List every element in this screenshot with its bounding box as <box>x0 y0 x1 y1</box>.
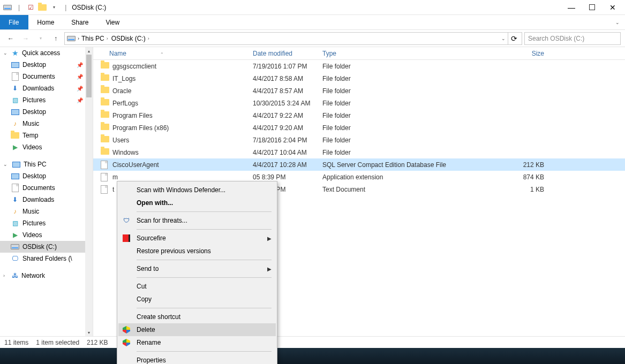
col-type[interactable]: Type <box>318 50 506 57</box>
file-row[interactable]: IT_Logs 4/4/2017 8:58 AM File folder <box>93 72 625 85</box>
search-input[interactable]: Search OSDisk (C:) <box>524 32 621 45</box>
item-icon: ▶ <box>11 143 19 151</box>
ctx-scan-threats[interactable]: 🛡Scan for threats... <box>118 214 276 227</box>
address-bar[interactable]: › This PC› OSDisk (C:)› ⌄ ⟳ <box>64 32 522 45</box>
item-icon: ⬇ <box>11 195 19 204</box>
ctx-rename[interactable]: Rename <box>118 336 276 349</box>
nav-quick-item[interactable]: Desktop📌 <box>0 59 93 71</box>
nav-pc-item[interactable]: ⬇Downloads <box>0 194 93 206</box>
nav-network[interactable]: › 🖧 Network <box>0 270 93 282</box>
ctx-properties[interactable]: Properties <box>118 354 276 364</box>
breadcrumb-current[interactable]: OSDisk (C:)› <box>111 35 150 42</box>
ctx-copy[interactable]: Copy <box>118 293 276 306</box>
ctx-open-with[interactable]: Open with... <box>118 196 276 209</box>
up-button[interactable]: ↑ <box>49 32 62 45</box>
tab-share[interactable]: Share <box>63 15 97 29</box>
nav-this-pc[interactable]: ⌄ This PC <box>0 158 93 170</box>
ribbon-expand-icon[interactable]: ⌄ <box>610 20 625 25</box>
file-date: 4/4/2017 10:28 AM <box>249 161 318 169</box>
nav-quick-item[interactable]: Temp <box>0 130 93 141</box>
shield-icon: 🛡 <box>122 216 131 225</box>
ctx-create-shortcut[interactable]: Create shortcut <box>118 310 276 323</box>
scroll-thumb[interactable] <box>86 55 92 97</box>
file-row[interactable]: Windows 4/4/2017 10:04 AM File folder <box>93 146 625 158</box>
star-icon: ★ <box>12 49 19 57</box>
file-type: File folder <box>318 112 506 119</box>
nav-pc-item[interactable]: ▶Videos <box>0 229 93 241</box>
ctx-send-to[interactable]: Send to▶ <box>118 262 276 275</box>
file-name: Oracle <box>112 87 131 95</box>
nav-pc-item[interactable]: OSDisk (C:) <box>0 241 93 253</box>
nav-item-label: Pictures <box>22 219 46 227</box>
file-row[interactable]: PerfLogs 10/30/2015 3:24 AM File folder <box>93 97 625 109</box>
address-dropdown-icon[interactable]: ⌄ <box>501 36 506 41</box>
ctx-separator <box>137 211 272 212</box>
file-size: 212 KB <box>506 161 548 169</box>
nav-quick-item[interactable]: Documents📌 <box>0 71 93 82</box>
ctx-cut[interactable]: Cut <box>118 280 276 293</box>
back-button[interactable]: ← <box>4 32 17 45</box>
tab-file[interactable]: File <box>0 15 28 29</box>
col-name[interactable]: Name ⌃ <box>93 50 249 57</box>
nav-quick-item[interactable]: Desktop <box>0 106 93 118</box>
breadcrumb-thispc[interactable]: This PC› <box>81 35 109 42</box>
file-name: Windows <box>112 149 139 156</box>
nav-scrollbar[interactable]: ▴ ▾ <box>85 47 93 336</box>
qat-properties-icon[interactable]: ☑ <box>26 3 35 12</box>
chevron-right-icon[interactable]: › <box>3 273 9 278</box>
nav-pc-item[interactable]: Documents <box>0 182 93 194</box>
item-icon: ▧ <box>11 219 19 228</box>
col-size[interactable]: Size <box>506 50 548 57</box>
file-row[interactable]: Program Files 4/4/2017 9:22 AM File fold… <box>93 109 625 122</box>
file-row[interactable]: CiscoUserAgent 4/4/2017 10:28 AM SQL Ser… <box>93 158 625 171</box>
tab-view[interactable]: View <box>97 15 128 29</box>
ctx-sourcefire[interactable]: Sourcefire▶ <box>118 232 276 245</box>
nav-pc-item[interactable]: Desktop <box>0 170 93 182</box>
column-headers[interactable]: Name ⌃ Date modified Type Size <box>93 47 625 60</box>
ctx-restore-versions[interactable]: Restore previous versions <box>118 245 276 257</box>
folder-icon <box>101 136 109 145</box>
item-icon <box>11 172 19 180</box>
breadcrumb-chevron-icon[interactable]: › <box>78 36 79 41</box>
file-type: File folder <box>318 149 506 156</box>
close-button[interactable]: ✕ <box>608 3 618 12</box>
scroll-down-icon[interactable]: ▾ <box>85 329 93 336</box>
nav-item-label: OSDisk (C:) <box>22 243 57 251</box>
nav-pc-item[interactable]: ♪Music <box>0 206 93 217</box>
scroll-up-icon[interactable]: ▴ <box>85 47 93 55</box>
file-row[interactable]: Oracle 4/4/2017 8:57 AM File folder <box>93 85 625 97</box>
folder-icon <box>101 111 109 120</box>
recent-dropdown[interactable]: ▾ <box>34 32 47 45</box>
maximize-button[interactable] <box>589 4 595 10</box>
item-icon <box>11 242 19 251</box>
nav-pc-item[interactable]: 🖵Shared Folders (\ <box>0 253 93 264</box>
pin-icon: 📌 <box>77 74 83 80</box>
ctx-delete[interactable]: Delete <box>118 323 276 336</box>
folder-icon <box>101 148 109 157</box>
pin-icon: 📌 <box>77 86 83 92</box>
nav-quick-item[interactable]: ▶Videos <box>0 141 93 153</box>
nav-pc-item[interactable]: ▧Pictures <box>0 217 93 229</box>
col-date[interactable]: Date modified <box>249 50 318 57</box>
location-disk-icon <box>67 36 76 41</box>
refresh-button[interactable]: ⟳ <box>508 33 519 44</box>
file-row[interactable]: ggsgsccmclient 7/19/2016 1:07 PM File fo… <box>93 60 625 72</box>
qat-newfolder-icon[interactable] <box>38 3 47 12</box>
folder-icon <box>101 62 109 71</box>
ctx-scan-defender[interactable]: Scan with Windows Defender... <box>118 184 276 196</box>
folder-icon <box>101 99 109 108</box>
file-name: Users <box>112 136 129 144</box>
file-row[interactable]: Program Files (x86) 4/4/2017 9:20 AM Fil… <box>93 122 625 134</box>
nav-quick-item[interactable]: ♪Music <box>0 118 93 130</box>
tab-home[interactable]: Home <box>28 15 63 29</box>
minimize-button[interactable]: — <box>567 3 576 12</box>
qat-separator: | <box>18 4 20 11</box>
nav-quick-item[interactable]: ▧Pictures📌 <box>0 94 93 106</box>
nav-quick-item[interactable]: ⬇Downloads📌 <box>0 82 93 94</box>
chevron-down-icon[interactable]: ⌄ <box>3 50 9 56</box>
file-row[interactable]: Users 7/18/2016 2:04 PM File folder <box>93 134 625 146</box>
qat-dropdown-icon[interactable]: ▾ <box>50 3 58 12</box>
nav-quick-access[interactable]: ⌄ ★ Quick access <box>0 47 93 59</box>
ctx-separator <box>137 277 272 278</box>
chevron-down-icon[interactable]: ⌄ <box>3 162 9 167</box>
